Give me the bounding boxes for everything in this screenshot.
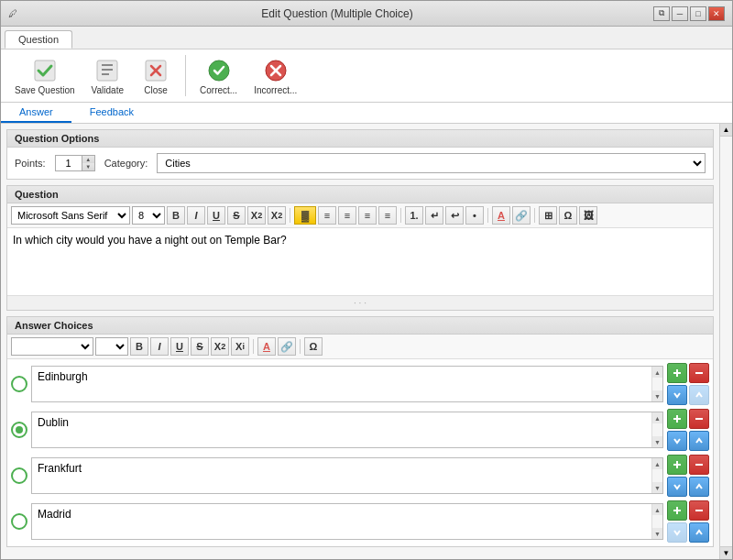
answer-row-2: Frankfurt ▲ ▼ bbox=[11, 455, 709, 497]
section-tab-feedback[interactable]: Feedback bbox=[71, 103, 152, 123]
strikethrough-button[interactable]: S bbox=[227, 206, 246, 225]
ul-button[interactable]: • bbox=[465, 206, 484, 225]
highlight-button[interactable]: ▓ bbox=[294, 206, 316, 225]
answer-radio-2[interactable] bbox=[11, 467, 27, 484]
move-up-0[interactable] bbox=[689, 385, 709, 405]
remove-answer-1[interactable] bbox=[689, 409, 709, 429]
svg-rect-3 bbox=[102, 69, 113, 71]
resize-handle[interactable]: · · · bbox=[7, 295, 713, 310]
move-up-2[interactable] bbox=[689, 477, 709, 497]
font-family-select[interactable]: Microsoft Sans Serif bbox=[11, 206, 130, 225]
font-color-button[interactable]: A bbox=[492, 206, 510, 225]
add-answer-1[interactable] bbox=[667, 409, 687, 429]
ol-button[interactable]: 1. bbox=[405, 206, 423, 225]
points-down-button[interactable]: ▼ bbox=[82, 163, 94, 170]
tab-question[interactable]: Question bbox=[5, 30, 72, 49]
scroll-up-2[interactable]: ▲ bbox=[652, 458, 662, 469]
remove-answer-2[interactable] bbox=[689, 455, 709, 475]
omega-button[interactable]: Ω bbox=[559, 206, 577, 225]
restore-button[interactable]: ⧉ bbox=[653, 6, 670, 21]
close-button[interactable]: Close bbox=[134, 53, 178, 98]
indent-button[interactable]: ↵ bbox=[425, 206, 443, 225]
add-answer-0[interactable] bbox=[667, 363, 687, 383]
answer-font-select[interactable] bbox=[11, 337, 93, 356]
add-answer-3[interactable] bbox=[667, 500, 687, 521]
minimize-button[interactable]: ─ bbox=[672, 6, 688, 21]
answer-underline-button[interactable]: U bbox=[170, 337, 189, 356]
answer-radio-3[interactable] bbox=[11, 513, 27, 530]
answer-italic-button[interactable]: I bbox=[150, 337, 169, 356]
incorrect-label: Incorrect... bbox=[254, 85, 297, 95]
answer-color-button[interactable]: A bbox=[257, 337, 276, 356]
remove-answer-3[interactable] bbox=[689, 500, 709, 521]
maximize-button[interactable]: □ bbox=[690, 6, 706, 21]
answer-omega-button[interactable]: Ω bbox=[304, 337, 323, 356]
answer-super-button[interactable]: X2 bbox=[211, 337, 229, 356]
correct-button[interactable]: Correct... bbox=[193, 53, 244, 98]
move-down-1[interactable] bbox=[667, 431, 687, 451]
question-textarea[interactable] bbox=[7, 228, 713, 292]
add-answer-2[interactable] bbox=[667, 455, 687, 475]
subscript-button[interactable]: X2 bbox=[268, 206, 286, 225]
save-question-button[interactable]: Save Question bbox=[8, 53, 82, 98]
answer-size-select[interactable] bbox=[95, 337, 128, 356]
validate-button[interactable]: Validate bbox=[85, 53, 130, 98]
scroll-up-3[interactable]: ▲ bbox=[652, 504, 662, 515]
answer-actions-3 bbox=[667, 500, 709, 543]
scroll-down-3[interactable]: ▼ bbox=[652, 528, 662, 539]
section-tab-answer[interactable]: Answer bbox=[1, 103, 71, 123]
scroll-up-arrow[interactable]: ▲ bbox=[720, 124, 732, 137]
remove-answer-0[interactable] bbox=[689, 363, 709, 383]
answer-strike-button[interactable]: S bbox=[191, 337, 209, 356]
answer-input-3[interactable]: Madrid bbox=[32, 504, 651, 539]
justify-button[interactable]: ≡ bbox=[378, 206, 397, 225]
move-up-1[interactable] bbox=[689, 431, 709, 451]
move-down-2[interactable] bbox=[667, 477, 687, 497]
main-area: Question Options Points: ▲ ▼ bbox=[1, 124, 732, 559]
move-down-3[interactable] bbox=[667, 522, 687, 543]
move-up-3[interactable] bbox=[689, 522, 709, 543]
move-down-0[interactable] bbox=[667, 385, 687, 405]
link-button[interactable]: 🔗 bbox=[512, 206, 531, 225]
answer-radio-0[interactable] bbox=[11, 376, 27, 392]
align-center-button[interactable]: ≡ bbox=[338, 206, 356, 225]
align-left-button[interactable]: ≡ bbox=[318, 206, 336, 225]
bold-button[interactable]: B bbox=[167, 206, 185, 225]
incorrect-button[interactable]: Incorrect... bbox=[247, 53, 303, 98]
answer-bold-button[interactable]: B bbox=[130, 337, 148, 356]
answer-sub-button[interactable]: Xi bbox=[231, 337, 249, 356]
scroll-up-0[interactable]: ▲ bbox=[652, 367, 662, 378]
editor-sep-4 bbox=[534, 208, 535, 223]
answer-link-button[interactable]: 🔗 bbox=[278, 337, 296, 356]
answer-radio-1[interactable] bbox=[11, 422, 27, 438]
outdent-button[interactable]: ↩ bbox=[445, 206, 464, 225]
scroll-down-arrow[interactable]: ▼ bbox=[720, 546, 732, 559]
align-right-button[interactable]: ≡ bbox=[358, 206, 377, 225]
scroll-down-2[interactable]: ▼ bbox=[652, 482, 662, 493]
answer-input-0[interactable]: Edinburgh bbox=[32, 367, 651, 401]
scroll-down-1[interactable]: ▼ bbox=[652, 436, 662, 447]
answer-input-1[interactable]: Dublin bbox=[32, 412, 651, 447]
category-select[interactable]: Cities Countries Science History bbox=[157, 153, 706, 173]
scroll-down-0[interactable]: ▼ bbox=[652, 390, 662, 401]
font-size-select[interactable]: 8 bbox=[132, 206, 165, 225]
underline-button[interactable]: U bbox=[207, 206, 225, 225]
close-window-button[interactable]: ✕ bbox=[708, 6, 725, 21]
validate-icon bbox=[93, 56, 122, 85]
superscript-button[interactable]: X2 bbox=[247, 206, 266, 225]
table-button[interactable]: ⊞ bbox=[539, 206, 557, 225]
main-scrollbar[interactable]: ▲ ▼ bbox=[719, 124, 732, 559]
image-button[interactable]: 🖼 bbox=[579, 206, 597, 225]
editor-sep-1 bbox=[290, 208, 290, 223]
question-panel-header: Question bbox=[7, 186, 713, 203]
answer-scrollbar-2: ▲ ▼ bbox=[651, 458, 662, 493]
main-toolbar: Save Question Validate Clos bbox=[1, 49, 732, 103]
points-input[interactable] bbox=[56, 157, 82, 170]
answer-input-2[interactable]: Frankfurt bbox=[32, 458, 651, 493]
italic-button[interactable]: I bbox=[187, 206, 205, 225]
points-up-button[interactable]: ▲ bbox=[82, 156, 94, 163]
svg-rect-2 bbox=[102, 64, 113, 66]
scroll-up-1[interactable]: ▲ bbox=[652, 412, 662, 423]
editor-sep-3 bbox=[487, 208, 488, 223]
toolbar-separator-1 bbox=[185, 55, 186, 96]
